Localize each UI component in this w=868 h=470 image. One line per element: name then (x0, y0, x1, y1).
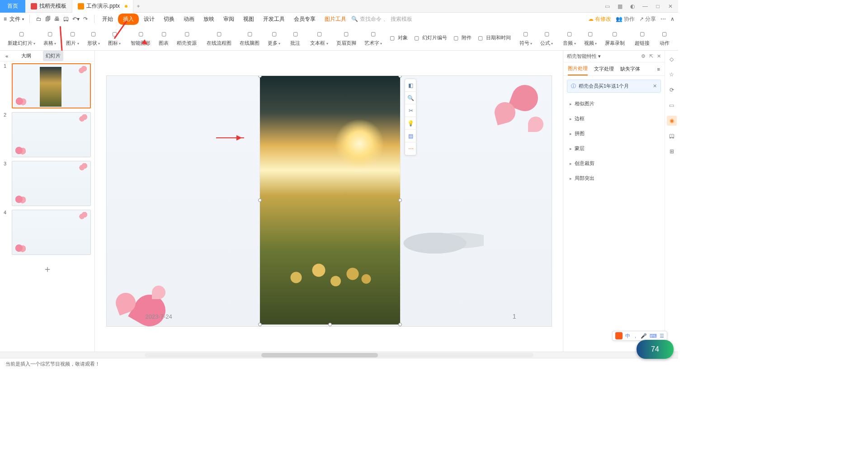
rp-item-创意裁剪[interactable]: 创意裁剪 (563, 156, 665, 171)
ribbon-图片[interactable]: ▢图片 (62, 29, 83, 47)
tab-insert[interactable]: 插入 (118, 14, 139, 25)
rtab-text[interactable]: 文字处理 (594, 63, 614, 75)
file-menu[interactable]: 文件▾ (8, 15, 26, 23)
tab-start[interactable]: 开始 (98, 14, 117, 25)
ribbon-视频[interactable]: ▢视频 (580, 29, 601, 47)
collapse-ribbon-icon[interactable]: ∧ (670, 16, 675, 22)
collab-button[interactable]: 👥 协作 (616, 15, 635, 23)
ribbon-表格[interactable]: ▢表格 (39, 29, 60, 47)
avatar-icon[interactable]: ◐ (628, 3, 637, 9)
handle-nw[interactable] (258, 76, 262, 78)
tab-slides[interactable]: 幻灯片 (43, 51, 63, 61)
gear-icon[interactable]: ⚙ (641, 53, 646, 59)
rp-item-相似图片[interactable]: 相似图片 (563, 96, 665, 111)
ribbon-图表[interactable]: ▢图表 (155, 29, 173, 47)
ribbon-艺术字[interactable]: ▢艺术字 (360, 29, 386, 47)
ribbon-新建幻灯片[interactable]: ▢新建幻灯片 (4, 29, 39, 47)
ribbon-形状[interactable]: ▢形状 (83, 29, 104, 47)
layout-icon[interactable]: ▭ (603, 3, 611, 9)
rail-icon-2[interactable]: ☆ (667, 70, 677, 80)
redo-icon[interactable]: ↷ (83, 16, 88, 22)
rp-item-边框[interactable]: 边框 (563, 111, 665, 126)
ime-lang[interactable]: 中 (625, 333, 630, 339)
tab-design[interactable]: 设计 (140, 14, 159, 25)
ribbon-页眉页脚[interactable]: ▢页眉页脚 (332, 29, 360, 47)
print-icon[interactable]: 🖶 (54, 16, 60, 22)
open-icon[interactable]: 🗀 (36, 16, 42, 22)
vip-notice[interactable]: ⓘ 稻壳会员买1年送1个月 ✕ (567, 80, 661, 93)
new-tab[interactable]: + (133, 3, 143, 9)
handle-w[interactable] (258, 198, 262, 202)
ribbon-对象[interactable]: ▢对象 (386, 34, 410, 42)
modified-indicator[interactable]: ☁ 有修改 (588, 15, 611, 23)
ribbon-日期和时间[interactable]: ▢日期和时间 (474, 34, 514, 42)
command-search[interactable]: 🔍 查找命令、 搜索模板 (351, 15, 412, 23)
hscroll-thumb[interactable] (261, 353, 378, 357)
tab-animation[interactable]: 动画 (179, 14, 198, 25)
share-button[interactable]: ↗ 分享 (639, 15, 656, 23)
ribbon-在线流程图[interactable]: ▢在线流程图 (203, 29, 236, 47)
canvas[interactable]: 2023-7-24 1 ⟲ ◧ 🔍 ✂ 💡 ▤ (95, 51, 563, 352)
thumb-1[interactable] (12, 63, 91, 108)
handle-ne[interactable] (398, 76, 402, 78)
tab-transition[interactable]: 切换 (160, 14, 179, 25)
maximize-icon[interactable]: □ (654, 3, 662, 9)
ribbon-幻灯片编号[interactable]: ▢幻灯片编号 (410, 34, 450, 42)
layout-icon[interactable]: ▤ (405, 130, 417, 142)
hscroll[interactable] (0, 352, 678, 358)
close-icon[interactable]: ✕ (666, 3, 675, 9)
ime-keyboard-icon[interactable]: ⌨ (650, 333, 657, 339)
thumb-2[interactable] (12, 112, 91, 157)
zoom-icon[interactable]: 🔍 (405, 92, 417, 104)
crop-icon[interactable]: ✂ (405, 104, 417, 117)
thumb-1-row[interactable]: 1 (0, 61, 94, 110)
ribbon-符号[interactable]: ▢符号 (515, 29, 536, 47)
ribbon-附件[interactable]: ▢附件 (450, 34, 474, 42)
rp-item-局部突出[interactable]: 局部突出 (563, 171, 665, 186)
thumb-3-row[interactable]: 3 (0, 159, 94, 208)
rtab-fonts[interactable]: 缺失字体 (620, 63, 640, 75)
handle-s[interactable] (328, 323, 332, 326)
rp-item-蒙层[interactable]: 蒙层 (563, 141, 665, 156)
hamburger-icon[interactable]: ≡ (4, 16, 7, 22)
rail-icon-7[interactable]: ⊞ (667, 146, 677, 156)
ribbon-屏幕录制[interactable]: ▢屏幕录制 (601, 29, 629, 47)
pin-icon[interactable]: ⇱ (649, 53, 653, 59)
more-icon[interactable]: ⋯ (660, 16, 666, 22)
undo-icon[interactable]: ↶▾ (72, 16, 80, 22)
rp-item-拼图[interactable]: 拼图 (563, 126, 665, 141)
ribbon-在线脑图[interactable]: ▢在线脑图 (236, 29, 264, 47)
ribbon-音频[interactable]: ▢音频 (559, 29, 580, 47)
minimize-icon[interactable]: — (641, 3, 649, 9)
more-icon[interactable]: ⋯ (405, 142, 417, 155)
ribbon-资源夹[interactable]: ▢资源夹 (674, 29, 678, 47)
ime-bar[interactable]: 中 ， 🎤 ⌨ ☰ (612, 331, 667, 341)
thumb-4[interactable] (12, 210, 91, 255)
thumb-4-row[interactable]: 4 (0, 208, 94, 257)
thumb-3[interactable] (12, 161, 91, 206)
layers-icon[interactable]: ◧ (405, 79, 417, 92)
apps-icon[interactable]: ▦ (616, 3, 624, 9)
tab-review[interactable]: 审阅 (219, 14, 238, 25)
idea-icon[interactable]: 💡 (405, 117, 417, 130)
add-slide[interactable]: ＋ (0, 257, 94, 282)
ribbon-公式[interactable]: ▢公式 (536, 29, 557, 47)
close-panel-icon[interactable]: ✕ (657, 53, 661, 59)
rail-icon-6[interactable]: 🕮 (667, 131, 677, 141)
rail-icon-1[interactable]: ◇ (667, 54, 677, 64)
inserted-picture[interactable]: ⟲ ◧ 🔍 ✂ 💡 ▤ ⋯ (260, 76, 400, 324)
preview-icon[interactable]: 🕮 (63, 16, 69, 22)
save-icon[interactable]: 🗐 (45, 16, 51, 22)
ribbon-动作[interactable]: ▢动作 (656, 29, 674, 47)
ribbon-更多[interactable]: ▢更多 (264, 29, 284, 47)
rtab-image[interactable]: 图片处理 (568, 62, 588, 75)
tab-vip[interactable]: 会员专享 (290, 14, 320, 25)
tab-templates[interactable]: 找稻壳模板 (25, 0, 72, 13)
rail-icon-4[interactable]: ▭ (667, 100, 677, 110)
ime-menu-icon[interactable]: ☰ (660, 333, 664, 339)
ribbon-批注[interactable]: ▢批注 (286, 29, 304, 47)
handle-e[interactable] (398, 198, 402, 202)
rail-icon-5[interactable]: ◉ (667, 116, 677, 126)
slide[interactable]: 2023-7-24 1 ⟲ ◧ 🔍 ✂ 💡 ▤ (107, 76, 552, 326)
tab-view[interactable]: 视图 (239, 14, 258, 25)
